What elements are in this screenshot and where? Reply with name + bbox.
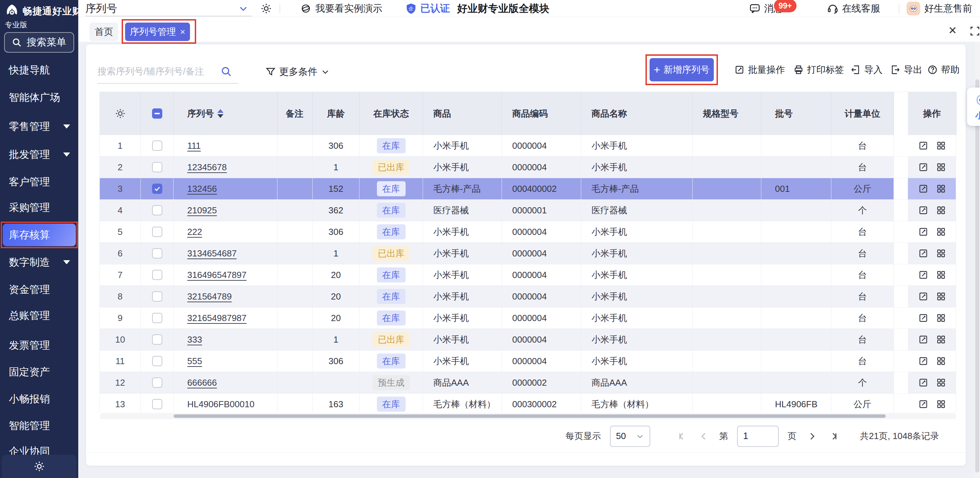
serial-number-link[interactable]: 321564789	[187, 291, 232, 302]
import-button[interactable]: 导入	[851, 58, 883, 81]
sidebar-item-3[interactable]: 批发管理	[0, 141, 78, 168]
serial-number-link[interactable]: 3134654687	[187, 248, 237, 259]
sidebar-item-5[interactable]: 采购管理	[0, 194, 78, 221]
row-edit-icon[interactable]	[918, 140, 929, 151]
column-header-code[interactable]: 商品编码	[502, 92, 581, 135]
column-header-serial[interactable]: 序列号	[173, 92, 277, 135]
row-checkbox[interactable]	[152, 183, 162, 194]
table-row[interactable]: 13HL4906FB00010163在库毛方棒（材料）000300002毛方棒（…	[100, 394, 956, 413]
gear-icon[interactable]	[115, 108, 126, 119]
sidebar-item-13[interactable]: 智能管理	[0, 412, 78, 439]
row-more-grid-icon[interactable]	[935, 161, 947, 173]
serial-number-link[interactable]: HL4906FB00010	[187, 399, 255, 409]
support-button[interactable]: 在线客服	[827, 0, 880, 17]
presales-button[interactable]: 好生意售前	[907, 0, 972, 17]
tab-serial-management[interactable]: 序列号管理 ×	[125, 22, 190, 41]
sidebar-settings-bar[interactable]	[2, 455, 76, 478]
serial-number-link[interactable]: 210925	[187, 205, 217, 216]
page-number-input[interactable]	[737, 426, 779, 447]
batch-actions-button[interactable]: 批量操作	[734, 58, 785, 81]
row-edit-icon[interactable]	[918, 204, 929, 216]
serial-search-input[interactable]	[97, 66, 220, 77]
serial-number-link[interactable]: 316496547897	[187, 270, 247, 280]
help-button[interactable]: 帮助	[928, 58, 959, 81]
assistant-widget[interactable]: 小畅	[967, 88, 980, 126]
row-edit-icon[interactable]	[918, 291, 929, 302]
serial-number-link[interactable]: 132456	[187, 183, 217, 194]
more-filters-button[interactable]: 更多条件	[266, 60, 330, 84]
select-all-checkbox[interactable]	[152, 108, 162, 119]
row-checkbox[interactable]	[152, 313, 162, 323]
serial-number-link[interactable]: 12345678	[187, 162, 227, 173]
sidebar-item-12[interactable]: 小畅报销	[0, 386, 78, 413]
column-settings-cell[interactable]	[100, 92, 141, 135]
column-header-remark[interactable]: 备注	[277, 92, 313, 135]
sidebar-item-7[interactable]: 数字制造	[0, 249, 78, 276]
sidebar-item-6[interactable]: 库存核算	[3, 224, 76, 246]
row-more-grid-icon[interactable]	[935, 140, 947, 151]
column-header-unit[interactable]: 计量单位	[831, 92, 894, 135]
row-more-grid-icon[interactable]	[935, 291, 947, 302]
row-more-grid-icon[interactable]	[935, 183, 947, 194]
row-checkbox[interactable]	[152, 205, 162, 215]
row-checkbox[interactable]	[152, 140, 162, 151]
print-labels-button[interactable]: 打印标签	[794, 58, 844, 81]
prev-page-button[interactable]	[697, 428, 710, 445]
row-checkbox[interactable]	[152, 291, 162, 301]
demo-link[interactable]: 我要看实例演示	[301, 0, 382, 17]
row-edit-icon[interactable]	[918, 226, 929, 237]
table-row[interactable]: 12666666预生成商品AAA0000002商品AAA个	[100, 372, 956, 394]
add-serial-button[interactable]: + 新增序列号	[649, 58, 714, 81]
sidebar-item-10[interactable]: 发票管理	[0, 331, 78, 359]
sidebar-item-0[interactable]: 快捷导航	[0, 56, 78, 84]
row-more-grid-icon[interactable]	[935, 355, 947, 367]
table-row[interactable]: 5222306在库小米手机0000004小米手机台	[100, 221, 956, 243]
serial-number-link[interactable]: 666666	[187, 378, 217, 388]
table-row[interactable]: 103331已出库小米手机0000004小米手机台	[100, 329, 956, 351]
table-row[interactable]: 731649654789720在库小米手机0000004小米手机台	[100, 264, 956, 286]
row-checkbox[interactable]	[152, 378, 162, 388]
table-row[interactable]: 631346546871已出库小米手机0000004小米手机台	[100, 243, 956, 264]
table-row[interactable]: 2123456781已出库小米手机0000004小米手机台	[100, 156, 956, 178]
table-row[interactable]: 4210925362在库医疗器械0000001医疗器械个	[100, 200, 956, 221]
page-size-select[interactable]: 50	[610, 426, 650, 447]
vertical-scrollbar-thumb[interactable]	[975, 79, 979, 473]
tab-home[interactable]: 首页	[89, 22, 118, 41]
column-header-spec[interactable]: 规格型号	[693, 92, 761, 135]
export-button[interactable]: 导出	[890, 58, 922, 81]
column-header-ops[interactable]: 操作	[908, 92, 956, 135]
row-checkbox[interactable]	[152, 248, 162, 258]
next-page-button[interactable]	[805, 428, 818, 445]
serial-number-link[interactable]: 222	[187, 227, 202, 237]
row-edit-icon[interactable]	[918, 312, 929, 324]
row-edit-icon[interactable]	[918, 398, 929, 410]
row-checkbox[interactable]	[152, 399, 162, 409]
row-edit-icon[interactable]	[918, 161, 929, 173]
horizontal-scrollbar-thumb[interactable]	[173, 414, 886, 418]
first-page-button[interactable]	[676, 428, 689, 445]
table-row[interactable]: 832156478920在库小米手机0000004小米手机台	[100, 286, 956, 308]
row-more-grid-icon[interactable]	[935, 226, 947, 237]
table-row[interactable]: 3132456152在库毛方棒-产品000400002毛方棒-产品001公斤	[100, 178, 956, 200]
column-header-name[interactable]: 商品名称	[581, 92, 693, 135]
verified-badge[interactable]: 企 已认证	[405, 0, 450, 17]
serial-number-link[interactable]: 111	[187, 140, 201, 151]
sidebar-item-8[interactable]: 资金管理	[0, 276, 78, 303]
sidebar-item-2[interactable]: 零售管理	[0, 113, 78, 140]
close-all-icon[interactable]: ×	[948, 23, 956, 37]
column-header-age[interactable]: 库龄	[313, 92, 360, 135]
row-more-grid-icon[interactable]	[935, 269, 947, 281]
fullscreen-icon[interactable]	[969, 25, 980, 37]
row-more-grid-icon[interactable]	[935, 334, 947, 345]
row-checkbox[interactable]	[152, 162, 162, 172]
sidebar-item-11[interactable]: 固定资产	[0, 358, 78, 386]
row-edit-icon[interactable]	[918, 183, 929, 194]
row-more-grid-icon[interactable]	[935, 312, 947, 324]
serial-number-link[interactable]: 555	[187, 356, 202, 366]
sidebar-item-9[interactable]: 总账管理	[0, 302, 78, 329]
row-edit-icon[interactable]	[918, 247, 929, 259]
table-row[interactable]: 932165498798720在库小米手机0000004小米手机台	[100, 308, 956, 329]
row-checkbox[interactable]	[152, 335, 162, 345]
close-icon[interactable]: ×	[180, 27, 185, 37]
serial-number-link[interactable]: 321654987987	[187, 313, 247, 323]
